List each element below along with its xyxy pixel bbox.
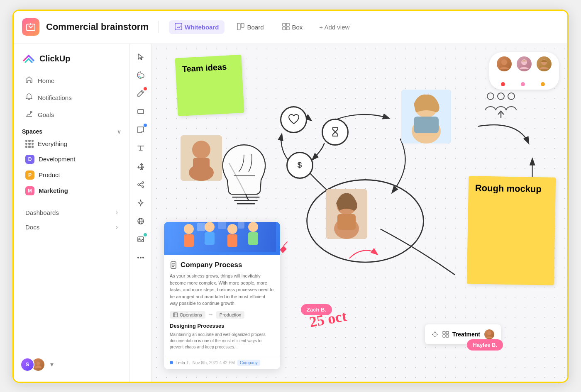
goals-icon <box>25 110 33 119</box>
dashboards-label: Dashboards <box>25 209 59 216</box>
tool-pen[interactable] <box>133 85 149 101</box>
svg-rect-76 <box>443 335 445 337</box>
sidebar: ClickUp Home Notifications <box>14 44 130 382</box>
box-icon <box>282 23 290 32</box>
svg-point-56 <box>184 224 194 234</box>
svg-point-10 <box>37 362 40 365</box>
svg-rect-65 <box>218 222 226 229</box>
doc-footer-date: Nov 8th, 2021 4:42 PM <box>193 360 235 365</box>
tab-box[interactable]: Box <box>276 20 309 34</box>
svg-point-13 <box>140 76 141 78</box>
svg-point-52 <box>498 93 504 100</box>
sticky-note-team-ideas[interactable]: Team ideas <box>175 54 244 116</box>
pen-dot <box>144 87 147 90</box>
main-layout: ClickUp Home Notifications <box>14 44 567 382</box>
sidebar-item-docs[interactable]: Docs › <box>17 220 126 234</box>
doc-card-footer: Leila T. Nov 8th, 2021 4:42 PM Company <box>164 356 280 369</box>
avatar-3-container[interactable] <box>536 56 552 86</box>
svg-rect-77 <box>446 335 449 337</box>
svg-point-28 <box>140 257 142 258</box>
doc-title-text: Company Process <box>181 261 242 269</box>
svg-point-18 <box>138 184 139 185</box>
footer-dropdown-icon[interactable]: ▾ <box>50 360 54 368</box>
svg-rect-61 <box>227 234 237 247</box>
tab-board[interactable]: Board <box>231 20 269 34</box>
photo-person-3 <box>326 189 367 239</box>
tool-sparkle[interactable] <box>133 195 149 211</box>
sidebar-item-goals[interactable]: Goals <box>17 106 126 123</box>
banner-illustration <box>165 222 279 255</box>
svg-rect-7 <box>283 27 286 30</box>
docs-chevron-icon: › <box>116 224 118 230</box>
divider <box>159 21 159 33</box>
svg-rect-63 <box>248 232 258 245</box>
banner-svg <box>168 222 276 252</box>
doc-card-banner <box>164 222 280 255</box>
circle-heart <box>280 106 307 133</box>
svg-rect-5 <box>283 23 286 26</box>
doc-card-tags: Operations → Production <box>170 311 274 319</box>
svg-line-35 <box>283 241 287 246</box>
sidebar-item-dashboards[interactable]: Dashboards › <box>17 205 126 220</box>
doc-card[interactable]: Company Process As your business grows, … <box>164 222 280 369</box>
add-view-button[interactable]: + Add view <box>315 21 354 33</box>
doc-card-body: Company Process As your business grows, … <box>164 255 280 356</box>
avatar-2-container[interactable] <box>516 56 532 86</box>
product-badge: P <box>25 170 34 180</box>
sidebar-item-development[interactable]: D Development <box>17 151 126 167</box>
tool-move[interactable] <box>133 158 149 174</box>
svg-point-11 <box>138 74 139 75</box>
sidebar-item-notifications[interactable]: Notifications <box>17 89 126 106</box>
svg-point-17 <box>142 182 144 183</box>
tool-rectangle[interactable] <box>133 104 149 119</box>
tool-text[interactable] <box>133 140 149 156</box>
tool-cursor[interactable] <box>133 49 149 65</box>
goals-label: Goals <box>38 111 54 118</box>
tool-globe[interactable] <box>133 213 149 229</box>
photo-person-1 <box>181 135 222 181</box>
spaces-chevron-icon[interactable]: ∨ <box>117 128 121 135</box>
sidebar-item-product[interactable]: P Product <box>17 167 126 183</box>
name-badge-haylee[interactable]: Haylee B. <box>467 339 503 351</box>
marketing-badge: M <box>25 186 34 195</box>
avatar-1[interactable] <box>496 56 513 72</box>
people-silhouette <box>484 90 518 119</box>
svg-point-51 <box>487 93 494 100</box>
footer-avatar-1[interactable]: S <box>20 358 34 372</box>
svg-point-78 <box>487 331 491 335</box>
svg-rect-74 <box>443 331 445 334</box>
clickup-logo-icon <box>22 52 35 66</box>
tab-whiteboard[interactable]: Whiteboard <box>169 20 225 34</box>
sidebar-item-everything[interactable]: Everything <box>17 136 126 151</box>
circle-dollar: $ <box>286 152 313 179</box>
sticky-note-team-ideas-text: Team ideas <box>182 62 227 73</box>
svg-point-62 <box>248 222 258 232</box>
svg-point-19 <box>142 186 144 187</box>
doc-title: Commercial brainstorm <box>46 22 149 32</box>
sidebar-item-home[interactable]: Home <box>17 72 126 89</box>
sticky-note-rough-mockup[interactable]: Rough mockup <box>467 176 556 285</box>
tool-share[interactable] <box>133 177 149 192</box>
task-card-avatar <box>483 329 495 340</box>
avatar-3[interactable] <box>536 56 552 72</box>
sidebar-item-marketing[interactable]: M Marketing <box>17 183 126 199</box>
workspace-icon[interactable] <box>22 18 39 36</box>
svg-point-58 <box>205 222 215 232</box>
avatar-2[interactable] <box>516 56 532 72</box>
whiteboard-icon <box>175 23 182 32</box>
svg-rect-64 <box>197 223 205 231</box>
tool-palette[interactable] <box>133 67 149 83</box>
avatar-1-container[interactable] <box>496 56 513 86</box>
svg-text:$: $ <box>298 161 302 169</box>
svg-line-20 <box>139 183 142 184</box>
footer-dot <box>170 361 173 364</box>
development-badge: D <box>25 155 34 164</box>
whiteboard-canvas[interactable]: Team ideas Rough mockup <box>151 44 567 382</box>
task-card-label: Treatment <box>452 331 480 338</box>
tool-more[interactable] <box>133 250 149 265</box>
tool-note[interactable] <box>133 122 149 138</box>
notifications-label: Notifications <box>38 94 72 101</box>
svg-point-9 <box>30 111 32 113</box>
doc-tag-operations: Operations <box>170 311 205 319</box>
tool-image[interactable] <box>133 231 149 247</box>
